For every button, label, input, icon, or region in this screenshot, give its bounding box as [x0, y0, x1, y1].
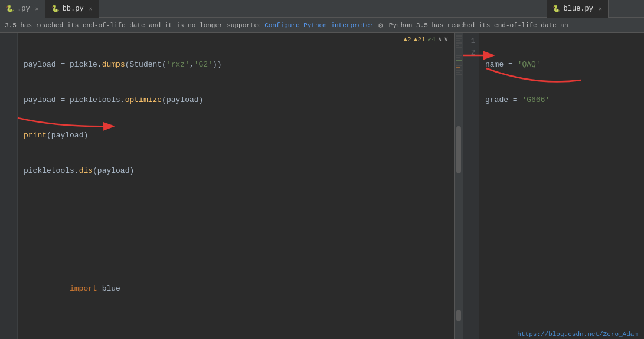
configure-python-link[interactable]: Configure Python interpreter: [260, 22, 378, 29]
tab-blue[interactable]: 🐍 blue.py ✕: [547, 0, 609, 18]
scroll-thumb[interactable]: [456, 126, 461, 173]
right-line-num-2: 2: [463, 47, 475, 59]
ok-count: ✔4: [428, 35, 436, 43]
tab-py[interactable]: 🐍 .py ✕: [0, 0, 45, 18]
arrow-down[interactable]: ∨: [444, 35, 448, 43]
py-tab-icon: 🐍: [6, 5, 14, 12]
scrollbar-divider[interactable]: [455, 33, 463, 339]
scroll-thumb-bottom[interactable]: [456, 310, 461, 321]
warning-count: ▲2: [404, 36, 411, 43]
right-code-area[interactable]: name = 'QAQ' grade = 'G666': [479, 33, 555, 339]
bottom-url[interactable]: https://blog.csdn.net/Zero_Adam: [517, 331, 638, 338]
gear-icon[interactable]: ⚙: [378, 21, 387, 30]
code-line-7: ◀import blue: [24, 271, 448, 307]
code-line-5: [24, 200, 448, 212]
arrow-up[interactable]: ∧: [438, 35, 442, 43]
tab-py-label: .py: [17, 5, 30, 13]
bb-tab-icon: 🐍: [51, 5, 60, 12]
right-gutter: 1 2: [463, 33, 479, 339]
tab-blue-label: blue.py: [564, 5, 593, 13]
notification-bar: 3.5 has reached its end-of-life date and…: [0, 18, 644, 33]
code-container: payload = pickle.dumps(Student('rxz','G2…: [0, 33, 454, 339]
code-editor[interactable]: payload = pickle.dumps(Student('rxz','G2…: [18, 33, 454, 339]
info-count: ▲21: [414, 36, 426, 43]
tab-bb-label: bb.py: [63, 5, 84, 13]
code-line-2: payload = pickletools.optimize(payload): [24, 94, 448, 106]
code-line-4: pickletools.dis(payload): [24, 165, 448, 177]
notif-left-message: 3.5 has reached its end-of-life date and…: [0, 22, 260, 29]
tab-bar: 🐍 .py ✕ 🐍 bb.py ✕ 🐍 blue.py ✕: [0, 0, 644, 18]
tab-py-close[interactable]: ✕: [35, 5, 39, 12]
editor-area: ▲2 ▲21 ✔4 ∧ ∨ payload = pickle.dumps(Stu…: [0, 33, 644, 339]
right-code-line-2: grade = 'G666': [485, 94, 550, 106]
right-editor-panel[interactable]: 1 2 name = 'QAQ' grade = 'G666' https://…: [463, 33, 644, 339]
left-editor-panel[interactable]: ▲2 ▲21 ✔4 ∧ ∨ payload = pickle.dumps(Stu…: [0, 33, 455, 339]
tab-bb[interactable]: 🐍 bb.py ✕: [45, 0, 99, 18]
tab-bb-close[interactable]: ✕: [89, 5, 93, 12]
indicators-bar: ▲2 ▲21 ✔4 ∧ ∨: [404, 35, 449, 43]
code-line-3: print(payload): [24, 130, 448, 141]
blue-tab-icon: 🐍: [553, 5, 561, 12]
right-line-num-1: 1: [463, 35, 475, 47]
right-code-line-1: name = 'QAQ': [485, 59, 550, 71]
line-numbers-gutter: [0, 33, 18, 339]
code-line-6: [24, 236, 448, 248]
code-line-1: payload = pickle.dumps(Student('rxz','G2…: [24, 59, 448, 71]
notif-right-message: Python 3.5 has reached its end-of-life d…: [387, 22, 644, 29]
tab-blue-close[interactable]: ✕: [599, 5, 602, 12]
code-line-8: [24, 330, 448, 339]
